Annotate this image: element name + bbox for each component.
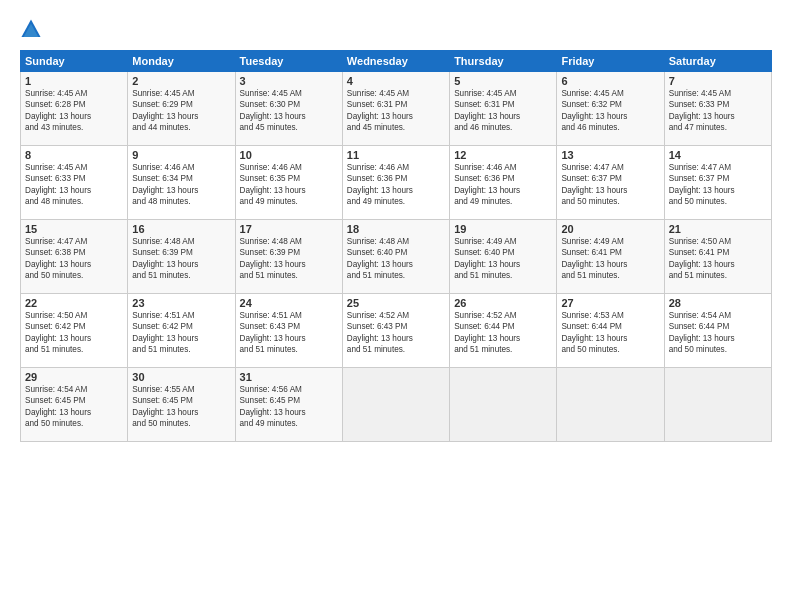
day-cell: 1Sunrise: 4:45 AM Sunset: 6:28 PM Daylig… [21, 72, 128, 146]
day-cell: 15Sunrise: 4:47 AM Sunset: 6:38 PM Dayli… [21, 220, 128, 294]
day-cell [342, 368, 449, 442]
day-info: Sunrise: 4:46 AM Sunset: 6:34 PM Dayligh… [132, 162, 230, 208]
day-number: 31 [240, 371, 338, 383]
day-cell: 19Sunrise: 4:49 AM Sunset: 6:40 PM Dayli… [450, 220, 557, 294]
day-cell: 29Sunrise: 4:54 AM Sunset: 6:45 PM Dayli… [21, 368, 128, 442]
day-number: 18 [347, 223, 445, 235]
day-cell: 21Sunrise: 4:50 AM Sunset: 6:41 PM Dayli… [664, 220, 771, 294]
day-cell [664, 368, 771, 442]
day-info: Sunrise: 4:48 AM Sunset: 6:39 PM Dayligh… [240, 236, 338, 282]
day-info: Sunrise: 4:51 AM Sunset: 6:43 PM Dayligh… [240, 310, 338, 356]
day-info: Sunrise: 4:45 AM Sunset: 6:33 PM Dayligh… [669, 88, 767, 134]
day-number: 25 [347, 297, 445, 309]
day-info: Sunrise: 4:55 AM Sunset: 6:45 PM Dayligh… [132, 384, 230, 430]
day-number: 15 [25, 223, 123, 235]
week-row-2: 8Sunrise: 4:45 AM Sunset: 6:33 PM Daylig… [21, 146, 772, 220]
day-cell: 20Sunrise: 4:49 AM Sunset: 6:41 PM Dayli… [557, 220, 664, 294]
logo-icon [20, 18, 42, 40]
day-number: 17 [240, 223, 338, 235]
header-cell-sunday: Sunday [21, 51, 128, 72]
day-number: 4 [347, 75, 445, 87]
week-row-4: 22Sunrise: 4:50 AM Sunset: 6:42 PM Dayli… [21, 294, 772, 368]
day-cell: 3Sunrise: 4:45 AM Sunset: 6:30 PM Daylig… [235, 72, 342, 146]
day-cell: 13Sunrise: 4:47 AM Sunset: 6:37 PM Dayli… [557, 146, 664, 220]
day-number: 30 [132, 371, 230, 383]
day-cell: 27Sunrise: 4:53 AM Sunset: 6:44 PM Dayli… [557, 294, 664, 368]
day-cell: 22Sunrise: 4:50 AM Sunset: 6:42 PM Dayli… [21, 294, 128, 368]
day-info: Sunrise: 4:48 AM Sunset: 6:40 PM Dayligh… [347, 236, 445, 282]
day-cell [557, 368, 664, 442]
day-cell: 9Sunrise: 4:46 AM Sunset: 6:34 PM Daylig… [128, 146, 235, 220]
day-cell: 11Sunrise: 4:46 AM Sunset: 6:36 PM Dayli… [342, 146, 449, 220]
day-info: Sunrise: 4:45 AM Sunset: 6:31 PM Dayligh… [347, 88, 445, 134]
week-row-3: 15Sunrise: 4:47 AM Sunset: 6:38 PM Dayli… [21, 220, 772, 294]
day-info: Sunrise: 4:52 AM Sunset: 6:44 PM Dayligh… [454, 310, 552, 356]
day-number: 23 [132, 297, 230, 309]
day-info: Sunrise: 4:46 AM Sunset: 6:36 PM Dayligh… [347, 162, 445, 208]
day-cell: 4Sunrise: 4:45 AM Sunset: 6:31 PM Daylig… [342, 72, 449, 146]
day-number: 28 [669, 297, 767, 309]
header-cell-tuesday: Tuesday [235, 51, 342, 72]
day-info: Sunrise: 4:49 AM Sunset: 6:40 PM Dayligh… [454, 236, 552, 282]
day-number: 14 [669, 149, 767, 161]
page: SundayMondayTuesdayWednesdayThursdayFrid… [0, 0, 792, 612]
day-cell: 31Sunrise: 4:56 AM Sunset: 6:45 PM Dayli… [235, 368, 342, 442]
header [20, 18, 772, 40]
day-number: 24 [240, 297, 338, 309]
day-info: Sunrise: 4:53 AM Sunset: 6:44 PM Dayligh… [561, 310, 659, 356]
day-cell: 2Sunrise: 4:45 AM Sunset: 6:29 PM Daylig… [128, 72, 235, 146]
day-info: Sunrise: 4:49 AM Sunset: 6:41 PM Dayligh… [561, 236, 659, 282]
day-cell: 12Sunrise: 4:46 AM Sunset: 6:36 PM Dayli… [450, 146, 557, 220]
day-cell: 16Sunrise: 4:48 AM Sunset: 6:39 PM Dayli… [128, 220, 235, 294]
day-cell: 14Sunrise: 4:47 AM Sunset: 6:37 PM Dayli… [664, 146, 771, 220]
calendar-body: 1Sunrise: 4:45 AM Sunset: 6:28 PM Daylig… [21, 72, 772, 442]
header-cell-monday: Monday [128, 51, 235, 72]
day-number: 10 [240, 149, 338, 161]
header-row: SundayMondayTuesdayWednesdayThursdayFrid… [21, 51, 772, 72]
day-cell: 17Sunrise: 4:48 AM Sunset: 6:39 PM Dayli… [235, 220, 342, 294]
day-info: Sunrise: 4:45 AM Sunset: 6:29 PM Dayligh… [132, 88, 230, 134]
day-info: Sunrise: 4:46 AM Sunset: 6:35 PM Dayligh… [240, 162, 338, 208]
day-number: 19 [454, 223, 552, 235]
day-info: Sunrise: 4:45 AM Sunset: 6:33 PM Dayligh… [25, 162, 123, 208]
day-info: Sunrise: 4:48 AM Sunset: 6:39 PM Dayligh… [132, 236, 230, 282]
day-cell: 23Sunrise: 4:51 AM Sunset: 6:42 PM Dayli… [128, 294, 235, 368]
day-number: 9 [132, 149, 230, 161]
day-number: 11 [347, 149, 445, 161]
day-number: 6 [561, 75, 659, 87]
day-info: Sunrise: 4:45 AM Sunset: 6:30 PM Dayligh… [240, 88, 338, 134]
day-cell: 7Sunrise: 4:45 AM Sunset: 6:33 PM Daylig… [664, 72, 771, 146]
day-info: Sunrise: 4:54 AM Sunset: 6:45 PM Dayligh… [25, 384, 123, 430]
day-cell [450, 368, 557, 442]
day-info: Sunrise: 4:52 AM Sunset: 6:43 PM Dayligh… [347, 310, 445, 356]
day-info: Sunrise: 4:45 AM Sunset: 6:28 PM Dayligh… [25, 88, 123, 134]
logo [20, 18, 44, 40]
day-info: Sunrise: 4:47 AM Sunset: 6:38 PM Dayligh… [25, 236, 123, 282]
header-cell-wednesday: Wednesday [342, 51, 449, 72]
day-info: Sunrise: 4:50 AM Sunset: 6:42 PM Dayligh… [25, 310, 123, 356]
day-number: 7 [669, 75, 767, 87]
day-number: 1 [25, 75, 123, 87]
day-cell: 8Sunrise: 4:45 AM Sunset: 6:33 PM Daylig… [21, 146, 128, 220]
day-number: 3 [240, 75, 338, 87]
day-cell: 28Sunrise: 4:54 AM Sunset: 6:44 PM Dayli… [664, 294, 771, 368]
week-row-5: 29Sunrise: 4:54 AM Sunset: 6:45 PM Dayli… [21, 368, 772, 442]
day-cell: 10Sunrise: 4:46 AM Sunset: 6:35 PM Dayli… [235, 146, 342, 220]
day-number: 26 [454, 297, 552, 309]
day-info: Sunrise: 4:45 AM Sunset: 6:31 PM Dayligh… [454, 88, 552, 134]
day-number: 16 [132, 223, 230, 235]
day-info: Sunrise: 4:45 AM Sunset: 6:32 PM Dayligh… [561, 88, 659, 134]
day-info: Sunrise: 4:47 AM Sunset: 6:37 PM Dayligh… [669, 162, 767, 208]
day-number: 8 [25, 149, 123, 161]
day-cell: 25Sunrise: 4:52 AM Sunset: 6:43 PM Dayli… [342, 294, 449, 368]
calendar-header: SundayMondayTuesdayWednesdayThursdayFrid… [21, 51, 772, 72]
day-cell: 26Sunrise: 4:52 AM Sunset: 6:44 PM Dayli… [450, 294, 557, 368]
day-info: Sunrise: 4:56 AM Sunset: 6:45 PM Dayligh… [240, 384, 338, 430]
day-info: Sunrise: 4:54 AM Sunset: 6:44 PM Dayligh… [669, 310, 767, 356]
day-number: 2 [132, 75, 230, 87]
header-cell-friday: Friday [557, 51, 664, 72]
day-info: Sunrise: 4:50 AM Sunset: 6:41 PM Dayligh… [669, 236, 767, 282]
day-number: 22 [25, 297, 123, 309]
calendar-table: SundayMondayTuesdayWednesdayThursdayFrid… [20, 50, 772, 442]
day-number: 5 [454, 75, 552, 87]
